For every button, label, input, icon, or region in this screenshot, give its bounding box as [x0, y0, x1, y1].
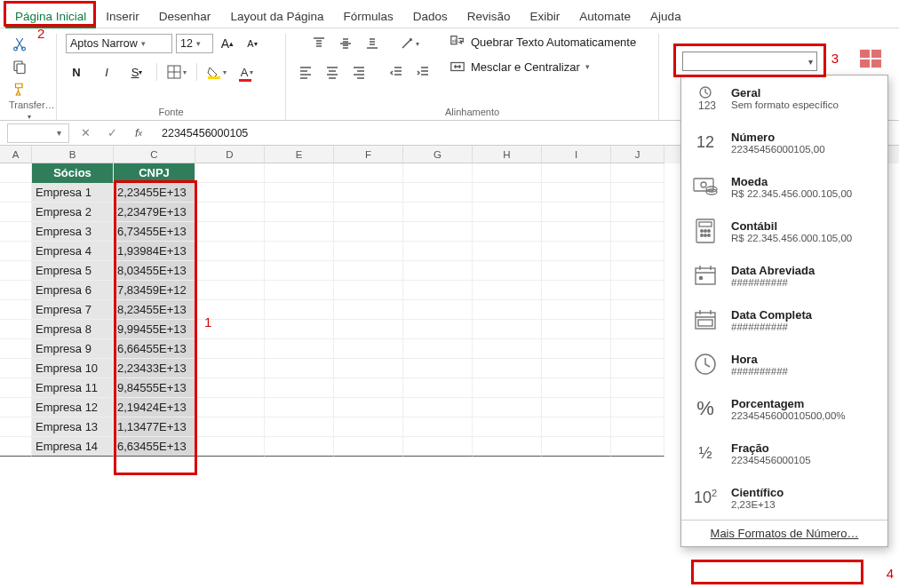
bold-button[interactable]: N [66, 62, 87, 82]
cell-empty[interactable] [195, 183, 265, 203]
cell-cnpj[interactable]: 6,63455E+13 [114, 437, 195, 457]
cell-empty[interactable] [334, 222, 403, 242]
col-header-D[interactable]: D [195, 146, 265, 163]
cell-empty[interactable] [403, 378, 473, 398]
cell-empty[interactable] [611, 398, 664, 417]
cell-empty[interactable] [542, 339, 611, 359]
cell-empty[interactable] [542, 281, 611, 300]
cell-empty[interactable] [403, 261, 473, 281]
font-name-combo[interactable]: Aptos Narrow▾ [66, 34, 172, 53]
cell-empty[interactable] [611, 183, 664, 203]
increase-indent-button[interactable] [412, 62, 434, 82]
cell-empty[interactable] [0, 242, 32, 261]
cell-empty[interactable] [265, 437, 334, 457]
cell-empty[interactable] [195, 281, 265, 300]
cell-empty[interactable] [265, 242, 334, 261]
cell-empty[interactable] [0, 437, 32, 457]
cell-empty[interactable] [403, 437, 473, 457]
cell-empty[interactable] [334, 339, 403, 359]
cell-socio[interactable]: Empresa 6 [32, 281, 114, 300]
tab-desenhar[interactable]: Desenhar [149, 4, 221, 28]
cell-empty[interactable] [403, 163, 473, 183]
format-option-número[interactable]: 12Número22345456000105,00 [681, 120, 887, 164]
cut-button[interactable] [9, 34, 30, 53]
tab-fórmulas[interactable]: Fórmulas [333, 4, 402, 28]
cell-empty[interactable] [611, 378, 664, 398]
cell-empty[interactable] [611, 300, 664, 320]
format-option-porcentagem[interactable]: %Porcentagem2234545600010500,00% [681, 386, 887, 431]
cancel-formula-button[interactable]: ✕ [75, 123, 96, 143]
align-middle-button[interactable] [335, 34, 356, 53]
tab-inserir[interactable]: Inserir [96, 4, 149, 28]
wrap-text-button[interactable]: ab Quebrar Texto Automaticamente [450, 34, 636, 50]
cell-empty[interactable] [265, 417, 334, 437]
cell-socio[interactable]: Empresa 8 [32, 320, 114, 339]
cell-empty[interactable] [542, 437, 611, 457]
align-center-button[interactable] [322, 62, 343, 82]
clipboard-group-label[interactable]: Transfer… [9, 99, 47, 123]
cell-empty[interactable] [334, 281, 403, 300]
cell-empty[interactable] [265, 320, 334, 339]
col-header-C[interactable]: C [114, 146, 195, 163]
cell-empty[interactable] [542, 398, 611, 417]
dropdown-list[interactable]: 123GeralSem formato específico12Número22… [681, 75, 887, 520]
cell-socio[interactable]: Empresa 5 [32, 261, 114, 281]
format-option-data-completa[interactable]: Data Completa########## [681, 298, 887, 342]
cell-empty[interactable] [403, 300, 473, 320]
cell-empty[interactable] [473, 437, 542, 457]
cell-empty[interactable] [542, 222, 611, 242]
cell-empty[interactable] [265, 203, 334, 222]
cell-cnpj[interactable]: 7,83459E+12 [114, 281, 195, 300]
cell-empty[interactable] [611, 242, 664, 261]
cell-empty[interactable] [473, 242, 542, 261]
header-cnpj[interactable]: CNPJ [114, 163, 195, 183]
cell-empty[interactable] [403, 320, 473, 339]
cell-empty[interactable] [195, 203, 265, 222]
cell-empty[interactable] [403, 359, 473, 378]
format-option-científico[interactable]: 102Científico2,23E+13 [681, 475, 887, 520]
cell-empty[interactable] [334, 378, 403, 398]
cell-empty[interactable] [611, 281, 664, 300]
cell-empty[interactable] [542, 378, 611, 398]
cell-empty[interactable] [334, 359, 403, 378]
cell-empty[interactable] [0, 378, 32, 398]
tab-página-inicial[interactable]: Página Inicial [5, 4, 96, 28]
align-top-button[interactable] [308, 34, 330, 53]
cell-empty[interactable] [473, 281, 542, 300]
fx-button[interactable]: fx [128, 123, 149, 143]
cell-socio[interactable]: Empresa 10 [32, 359, 114, 378]
col-header-H[interactable]: H [473, 146, 542, 163]
cell-empty[interactable] [195, 378, 265, 398]
decrease-indent-button[interactable] [386, 62, 407, 82]
format-option-fração[interactable]: ½Fração22345456000105 [681, 431, 887, 475]
tab-exibir[interactable]: Exibir [521, 4, 570, 28]
format-painter-button[interactable] [9, 80, 30, 99]
col-header-E[interactable]: E [265, 146, 334, 163]
cell-empty[interactable] [265, 359, 334, 378]
conditional-formatting-button[interactable] [860, 49, 881, 68]
cell-empty[interactable] [611, 261, 664, 281]
cell-empty[interactable] [265, 378, 334, 398]
cell-empty[interactable] [265, 339, 334, 359]
number-format-combo[interactable]: ▾ [682, 52, 817, 71]
format-option-data-abreviada[interactable]: Data Abreviada########## [681, 253, 887, 298]
cell-cnpj[interactable]: 1,13477E+13 [114, 417, 195, 437]
increase-font-button[interactable]: A▴ [217, 34, 238, 53]
header-socios[interactable]: Sócios [32, 163, 114, 183]
cell-empty[interactable] [542, 300, 611, 320]
cell-empty[interactable] [334, 242, 403, 261]
cell-empty[interactable] [542, 163, 611, 183]
cell-cnpj[interactable]: 9,99455E+13 [114, 320, 195, 339]
cell-cnpj[interactable]: 2,19424E+13 [114, 398, 195, 417]
cell-empty[interactable] [403, 281, 473, 300]
cell-socio[interactable]: Empresa 4 [32, 242, 114, 261]
font-size-combo[interactable]: 12▾ [176, 34, 213, 53]
cell-empty[interactable] [611, 437, 664, 457]
cell-empty[interactable] [334, 163, 403, 183]
underline-button[interactable]: S▾ [126, 62, 147, 82]
tab-dados[interactable]: Dados [403, 4, 457, 28]
cell-cnpj[interactable]: 6,66455E+13 [114, 339, 195, 359]
cell-empty[interactable] [195, 222, 265, 242]
cell-empty[interactable] [473, 261, 542, 281]
cell-socio[interactable]: Empresa 13 [32, 417, 114, 437]
